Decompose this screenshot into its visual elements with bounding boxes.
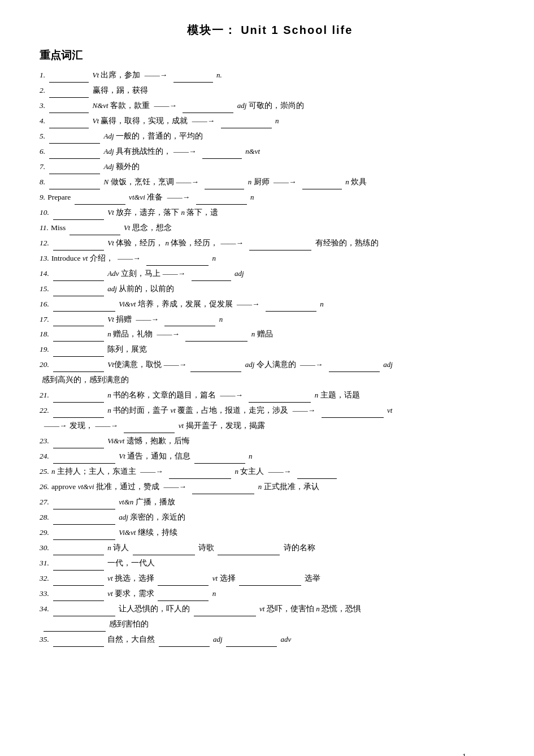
list-item: 16. Vi&vt 培养，养成，发展，促发展 ——→ n: [40, 297, 500, 312]
list-item: 26.approve vt&vi 批准，通过，赞成 ——→ n 正式批准，承认: [40, 480, 500, 494]
list-item: 14. Adv 立刻，马上——→ adj: [40, 267, 500, 281]
item-number: 30.: [40, 543, 49, 552]
item-number: 22.: [40, 406, 49, 414]
item-number: 35.: [40, 635, 49, 643]
list-item: 1. Vt 出席，参加 ——→ n.: [40, 68, 500, 83]
item-number: 21.: [40, 391, 49, 399]
item-number: 1.: [40, 71, 45, 79]
list-item: 33. vt 要求，需求 n: [40, 587, 500, 601]
item-number: 4.: [40, 116, 45, 125]
item-number: 24.: [40, 452, 49, 460]
list-item: 23. Vi&vt 遗憾，抱歉，后悔: [40, 434, 500, 448]
list-item: 15. adj 从前的，以前的: [40, 282, 500, 296]
list-item: 3. N&vt 客款，款重 ——→ adj 可敬的，崇尚的: [40, 99, 500, 113]
list-item: 9.Prepare vt&vi 准备 ——→ n: [40, 191, 500, 205]
list-item: 2. 赢得，踢，获得: [40, 84, 500, 98]
list-item: 32. vt 挑选，选择 vt 选择 选举: [40, 572, 500, 586]
item-number: 28.: [40, 513, 49, 521]
list-item: 20. Vt使满意，取悦——→ adj 令人满意的 ——→ adj: [40, 358, 500, 372]
list-item: 10. Vt 放弃，遗弃，落下 n 落下，遗: [40, 206, 500, 220]
item-number: 11.: [40, 223, 49, 232]
item-number: 5.: [40, 132, 45, 140]
item-number: 18.: [40, 330, 49, 338]
list-item: 感到害怕的: [40, 617, 500, 632]
item-number: 6.: [40, 147, 45, 155]
item-number: 15.: [40, 284, 49, 293]
list-item: 感到高兴的，感到满意的: [40, 373, 500, 387]
list-item: 17. Vt 捐赠 ——→ n: [40, 313, 500, 327]
item-number: 8.: [40, 178, 45, 186]
item-number: 31.: [40, 559, 49, 567]
list-item: ——→发现，——→ vt 揭开盖子，发现，揭露: [40, 419, 500, 433]
item-number: 25.: [40, 467, 49, 476]
item-number: 9.: [40, 193, 45, 201]
list-item: 31. 一代，一代人: [40, 556, 500, 571]
item-number: 13.: [40, 254, 49, 262]
item-number: 19.: [40, 345, 49, 353]
list-item: 25.n 主持人；主人，东道主 ——→ n 女主人 ——→: [40, 465, 500, 479]
vocab-list: 1. Vt 出席，参加 ——→ n.2. 赢得，踢，获得3. N&vt 客款，款…: [40, 68, 500, 647]
list-item: 12. Vt 体验，经历， n 体验，经历，——→ 有经验的，熟练的: [40, 236, 500, 250]
list-item: 4. Vt 赢得，取得，实现，成就 ——→ n: [40, 114, 500, 128]
item-number: 14.: [40, 269, 49, 278]
item-number: 3.: [40, 101, 45, 110]
list-item: 13.Introduce vt 介绍， ——→ n: [40, 252, 500, 266]
list-item: 29. Vi&vt 继续，持续: [40, 526, 500, 540]
item-number: 27.: [40, 498, 49, 506]
list-item: 5. Adj 一般的，普通的，平均的: [40, 129, 500, 144]
list-item: 11.Miss Vt 思念，想念: [40, 221, 500, 235]
page-number: 1: [462, 753, 466, 756]
list-item: 27. vt&n 广播，播放: [40, 495, 500, 509]
list-item: 18. n 赠品，礼物 ——→ n 赠品: [40, 327, 500, 342]
list-item: 34. 让人恐惧的，吓人的 vt 恐吓，使害怕 n 恐慌，恐惧: [40, 602, 500, 616]
item-number: 29.: [40, 528, 49, 537]
item-number: 20.: [40, 360, 49, 369]
list-item: 21. n 书的名称，文章的题目，篇名 ——→ n 主题，话题: [40, 388, 500, 403]
item-number: 17.: [40, 315, 49, 323]
list-item: 30. n 诗人 诗歌 诗的名称: [40, 541, 500, 555]
item-number: 16.: [40, 300, 49, 308]
item-number: 33.: [40, 589, 49, 598]
list-item: 6. Adj 具有挑战性的，——→ n&vt: [40, 145, 500, 159]
list-item: 8. N 做饭，烹饪，烹调——→ n 厨师 ——→ n 炊具: [40, 175, 500, 189]
item-number: 7.: [40, 162, 45, 171]
list-item: 7. Adj 额外的: [40, 160, 500, 174]
item-number: 2.: [40, 86, 45, 94]
list-item: 19. 陈列，展览: [40, 343, 500, 357]
section-title: 重点词汇: [40, 48, 500, 63]
list-item: 28. adj 亲密的，亲近的: [40, 511, 500, 525]
item-number: 26.: [40, 482, 49, 491]
item-number: 23.: [40, 437, 49, 445]
item-number: 34.: [40, 604, 49, 613]
list-item: 22. n 书的封面，盖子 vt 覆盖，占地，报道，走完，涉及 ——→ vt: [40, 404, 500, 418]
page-title: 模块一： Unit 1 School life: [40, 23, 500, 38]
item-number: 32.: [40, 574, 49, 582]
list-item: 24. Vt 通告，通知，信息 n: [40, 450, 500, 464]
list-item: 35. 自然，大自然 adj adv: [40, 633, 500, 647]
item-number: 10.: [40, 208, 49, 217]
item-number: 12.: [40, 239, 49, 247]
